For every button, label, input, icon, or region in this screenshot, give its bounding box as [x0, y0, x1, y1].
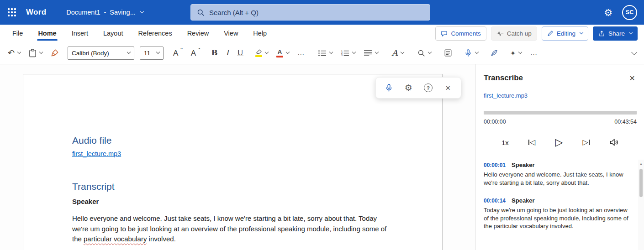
dictation-close-button[interactable]: ×: [441, 81, 455, 95]
word-web-app: Word Document1 - Saving... ⚙ SC File Hom…: [0, 0, 644, 250]
transcript-entries: 00:00:01 Speaker Hello everyone and welc…: [484, 161, 637, 230]
catch-up-button[interactable]: Catch up: [491, 26, 537, 41]
transcribe-panel-header: Transcribe ×: [484, 73, 637, 83]
spellcheck-flagged-text: particular vocabulary: [84, 235, 147, 243]
text-highlight-button[interactable]: [254, 46, 269, 60]
pencil-icon: [547, 30, 554, 36]
topbar-right: ⚙ SC: [604, 5, 637, 20]
tab-view[interactable]: View: [224, 25, 238, 42]
transcript-entry[interactable]: 00:00:14 Speaker Today we're um going to…: [484, 197, 633, 230]
gear-icon: ⚙: [405, 83, 412, 92]
document-title-text: Document1: [66, 9, 100, 16]
scrollbar-thumb[interactable]: [639, 169, 643, 197]
chevron-down-icon: [265, 50, 269, 54]
bullets-button[interactable]: [317, 46, 334, 60]
playback-controls: 1x ◁ ▷ ▷: [484, 137, 637, 147]
styles-button[interactable]: A: [391, 46, 405, 60]
font-color-button[interactable]: A: [275, 46, 290, 60]
editor-button[interactable]: [489, 46, 500, 60]
dictate-button[interactable]: [463, 46, 480, 60]
copilot-button[interactable]: ✦: [509, 46, 523, 60]
comments-button[interactable]: Comments: [435, 26, 486, 41]
avatar[interactable]: SC: [622, 5, 637, 20]
search-input[interactable]: [209, 9, 424, 16]
close-icon: ×: [445, 83, 450, 92]
chevron-down-icon: [140, 10, 144, 13]
settings-gear-icon[interactable]: ⚙: [604, 8, 612, 17]
scroll-up-arrow-icon[interactable]: ▲: [639, 162, 643, 166]
ribbon-collapse-button[interactable]: [629, 46, 638, 60]
chevron-down-icon: [518, 50, 522, 54]
entry-timestamp: 00:00:14: [484, 198, 506, 204]
microphone-icon: [464, 48, 472, 57]
entry-text: Today we're um going to be just looking …: [484, 206, 631, 230]
caret-down-icon: ˇ: [198, 47, 200, 53]
document-save-status: Saving...: [110, 9, 135, 16]
menubar-actions: Comments Catch up Editing Share: [435, 26, 638, 41]
entry-speaker: Speaker: [512, 161, 535, 168]
paste-button[interactable]: [27, 46, 44, 60]
find-button[interactable]: [416, 46, 433, 60]
tab-layout[interactable]: Layout: [103, 25, 123, 42]
ellipsis-icon: …: [530, 49, 538, 57]
numbered-list-icon: 123: [341, 50, 349, 57]
menubar: File Home Insert Layout References Revie…: [0, 25, 644, 42]
tab-review[interactable]: Review: [187, 25, 209, 42]
italic-button[interactable]: I: [224, 46, 230, 60]
ellipsis-icon: …: [297, 49, 305, 57]
tab-references[interactable]: References: [138, 25, 172, 42]
more-commands-button[interactable]: …: [528, 46, 539, 60]
editing-mode-button[interactable]: Editing: [542, 26, 588, 41]
font-name-value: Calibri (Body): [72, 50, 109, 57]
app-launcher-icon[interactable]: [8, 8, 16, 16]
clipboard-icon: [29, 49, 37, 57]
document-page[interactable]: Audio file first_lecture.mp3 Transcript …: [23, 74, 443, 250]
skip-forward-button[interactable]: ▷: [583, 139, 590, 146]
underline-button[interactable]: U: [236, 46, 245, 60]
transcript-entry[interactable]: 00:00:01 Speaker Hello everyone and welc…: [484, 161, 633, 187]
audio-times: 00:00:00 00:43:54: [484, 119, 637, 125]
grow-font-button[interactable]: A ˆ: [172, 46, 184, 60]
line-spacing-button[interactable]: [362, 46, 380, 60]
chevron-down-icon: [475, 50, 479, 54]
transcribe-file-link[interactable]: first_lecture.mp3: [484, 92, 528, 99]
doc-audio-file-link[interactable]: first_lecture.mp3: [72, 150, 121, 157]
search-box[interactable]: [190, 4, 430, 21]
tab-file[interactable]: File: [12, 25, 23, 42]
editing-label: Editing: [557, 30, 575, 37]
chevron-down-icon: [580, 31, 583, 34]
font-name-select[interactable]: Calibri (Body): [68, 47, 134, 60]
activity-icon: [496, 31, 504, 36]
bold-button[interactable]: B: [210, 46, 219, 60]
entry-speaker: Speaker: [512, 197, 535, 204]
format-painter-button[interactable]: [49, 46, 60, 60]
font-size-select[interactable]: 11: [140, 47, 164, 60]
play-button[interactable]: ▷: [555, 137, 563, 147]
playback-speed-button[interactable]: 1x: [501, 139, 509, 146]
transcribe-panel: Transcribe × first_lecture.mp3 00:00:00 …: [475, 64, 644, 250]
chevron-down-icon: [39, 50, 43, 54]
dictation-help-button[interactable]: ?: [422, 81, 435, 95]
tab-help[interactable]: Help: [253, 25, 267, 42]
more-font-options-button[interactable]: …: [296, 46, 306, 60]
volume-button[interactable]: [609, 138, 619, 146]
chevron-down-icon: [329, 50, 333, 54]
transcript-scrollbar[interactable]: ▲: [638, 160, 644, 250]
audio-progress-bar[interactable]: [484, 111, 637, 115]
close-icon[interactable]: ×: [629, 73, 635, 83]
tab-home[interactable]: Home: [38, 25, 56, 42]
skip-back-button[interactable]: ◁: [528, 139, 535, 146]
dictate-mic-button[interactable]: [382, 81, 396, 95]
shrink-font-button[interactable]: A ˇ: [190, 46, 202, 60]
numbering-button[interactable]: 123: [339, 46, 357, 60]
dictation-settings-button[interactable]: ⚙: [401, 81, 415, 95]
transcribe-title: Transcribe: [484, 73, 523, 83]
app-name[interactable]: Word: [26, 8, 46, 17]
document-title[interactable]: Document1 - Saving...: [66, 9, 143, 16]
entry-timestamp: 00:00:01: [484, 162, 506, 168]
tab-insert[interactable]: Insert: [72, 25, 88, 42]
doc-paragraph: Hello everyone and welcome. Just take se…: [72, 214, 394, 245]
share-button[interactable]: Share: [593, 26, 638, 41]
undo-button[interactable]: ↶: [6, 46, 22, 60]
immersive-reader-button[interactable]: [443, 46, 454, 60]
